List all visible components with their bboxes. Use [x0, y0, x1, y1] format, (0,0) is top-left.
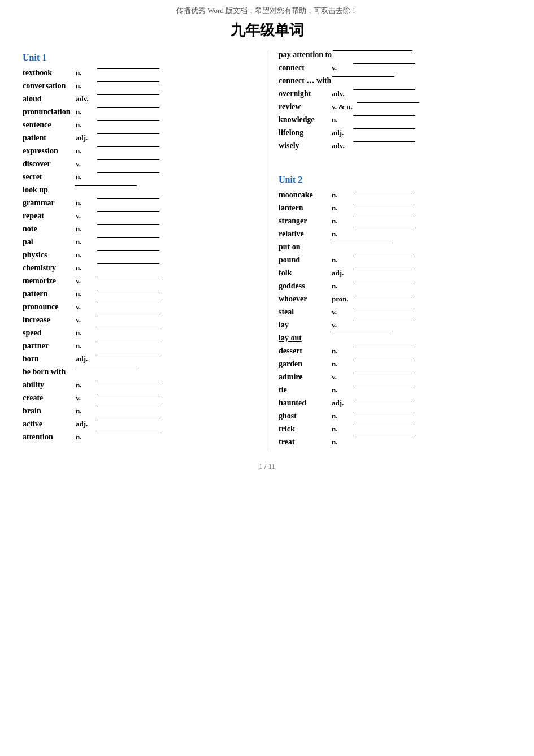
word-label: lay: [279, 321, 329, 330]
word-pos: adj.: [76, 420, 93, 429]
blank-line[interactable]: [97, 407, 159, 407]
word-label: ghost: [279, 412, 329, 421]
word-pos: n.: [76, 81, 93, 90]
word-pos: v.: [332, 321, 349, 330]
word-label: lay out: [279, 334, 329, 343]
word-label: discover: [23, 159, 73, 169]
blank-line[interactable]: [353, 438, 415, 438]
blank-line[interactable]: [331, 334, 393, 334]
blank-line[interactable]: [97, 263, 159, 264]
blank-line[interactable]: [353, 360, 415, 360]
word-label: wisely: [279, 141, 329, 150]
word-row: tien.: [279, 386, 511, 395]
blank-line[interactable]: [353, 386, 415, 386]
blank-line[interactable]: [331, 243, 393, 243]
blank-line[interactable]: [332, 76, 394, 77]
word-label: dessert: [279, 347, 329, 356]
blank-line[interactable]: [97, 146, 159, 147]
blank-line[interactable]: [353, 204, 415, 204]
blank-line[interactable]: [97, 172, 159, 173]
word-pos: v.: [332, 308, 349, 317]
blank-line[interactable]: [353, 89, 415, 90]
word-pos: n.: [76, 407, 93, 416]
blank-line[interactable]: [353, 425, 415, 425]
blank-line[interactable]: [97, 277, 159, 277]
word-row: brainn.: [23, 407, 255, 416]
blank-line[interactable]: [353, 399, 415, 399]
word-row: relativen.: [279, 230, 511, 239]
blank-line[interactable]: [97, 120, 159, 121]
blank-line[interactable]: [357, 102, 419, 103]
word-pos: v.: [76, 394, 93, 403]
blank-line[interactable]: [353, 295, 415, 295]
blank-line[interactable]: [97, 107, 159, 108]
word-row: treatn.: [279, 438, 511, 447]
blank-line[interactable]: [97, 198, 159, 199]
blank-line[interactable]: [97, 394, 159, 394]
word-row: connectv.: [279, 63, 511, 72]
word-row: textbookn.: [23, 68, 255, 77]
word-row: pay attention to: [279, 50, 511, 59]
word-pos: n.: [76, 146, 93, 155]
word-row: discoverv.: [23, 159, 255, 169]
word-row: aloudadv.: [23, 94, 255, 103]
word-label: pound: [279, 256, 329, 265]
word-row: poundn.: [279, 256, 511, 265]
word-row: folkadj.: [279, 269, 511, 278]
blank-line[interactable]: [353, 63, 415, 64]
blank-line[interactable]: [97, 329, 159, 329]
blank-line[interactable]: [97, 237, 159, 238]
word-pos: n.: [76, 329, 93, 338]
blank-line[interactable]: [353, 282, 415, 282]
blank-line[interactable]: [97, 433, 159, 433]
blank-line[interactable]: [97, 133, 159, 134]
blank-line[interactable]: [97, 68, 159, 69]
word-label: repeat: [23, 211, 73, 221]
blank-line[interactable]: [353, 321, 415, 321]
blank-line[interactable]: [353, 308, 415, 308]
blank-line[interactable]: [97, 381, 159, 381]
blank-line[interactable]: [75, 185, 137, 186]
word-pos: adj.: [332, 269, 349, 278]
word-pos: v.: [76, 316, 93, 325]
word-row: put on: [279, 243, 511, 252]
blank-line[interactable]: [97, 355, 159, 355]
word-pos: n.: [76, 237, 93, 247]
blank-line[interactable]: [97, 250, 159, 251]
blank-line[interactable]: [353, 230, 415, 230]
blank-line[interactable]: [353, 412, 415, 412]
blank-line[interactable]: [353, 191, 415, 191]
blank-line[interactable]: [97, 159, 159, 160]
word-row: speedn.: [23, 329, 255, 338]
blank-line[interactable]: [353, 128, 415, 129]
blank-line[interactable]: [353, 256, 415, 256]
blank-line[interactable]: [353, 115, 415, 116]
blank-line[interactable]: [97, 342, 159, 342]
blank-line[interactable]: [97, 290, 159, 290]
blank-line[interactable]: [97, 94, 159, 95]
word-row: bornadj.: [23, 355, 255, 364]
unit2-title: Unit 2: [279, 175, 511, 185]
blank-line[interactable]: [75, 368, 137, 368]
word-label: relative: [279, 230, 329, 239]
blank-line[interactable]: [97, 81, 159, 82]
blank-line[interactable]: [353, 269, 415, 269]
word-pos: n.: [332, 217, 349, 226]
word-row: memorizev.: [23, 277, 255, 286]
word-pos: n.: [332, 204, 349, 213]
word-label: partner: [23, 342, 73, 351]
blank-line[interactable]: [97, 211, 159, 212]
word-row: expressionn.: [23, 146, 255, 155]
blank-line[interactable]: [353, 141, 415, 142]
blank-line[interactable]: [353, 347, 415, 347]
word-label: attention: [23, 433, 73, 442]
blank-line[interactable]: [97, 316, 159, 316]
blank-line[interactable]: [333, 50, 412, 51]
blank-line[interactable]: [353, 217, 415, 217]
blank-line[interactable]: [97, 303, 159, 303]
blank-line[interactable]: [97, 420, 159, 420]
left-column: Unit 1 textbookn. conversationn. aloudad…: [17, 50, 267, 451]
blank-line[interactable]: [353, 373, 415, 373]
blank-line[interactable]: [97, 224, 159, 225]
word-label: secret: [23, 172, 73, 182]
